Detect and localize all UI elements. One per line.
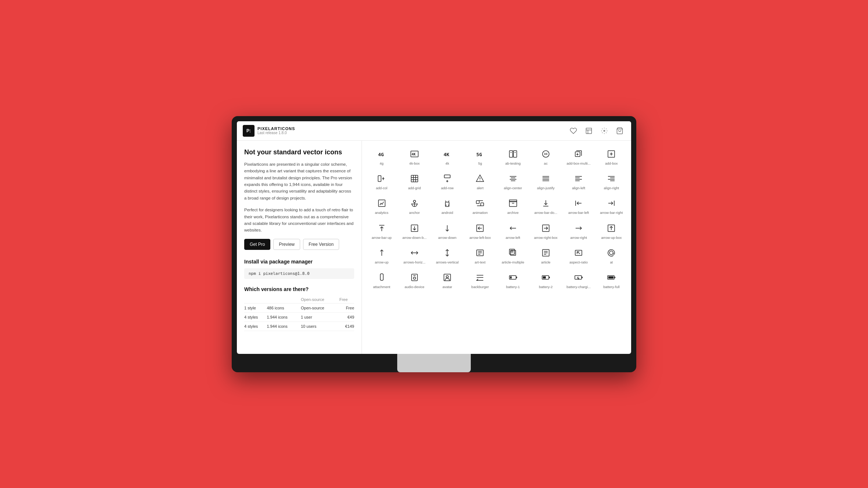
icon-item-add-grid[interactable]: add-grid (398, 169, 430, 193)
bag-icon (616, 127, 623, 134)
icon-item-add-box-multi[interactable]: add-box-multi... (563, 144, 595, 168)
ab-testing-label: ab-testing (505, 161, 521, 165)
monitor-stand (397, 354, 471, 372)
col-price: Free (339, 296, 354, 304)
icon-item-arrow-up[interactable]: arrow-up (366, 243, 398, 267)
icon-item-align-right[interactable]: align-right (595, 169, 627, 193)
version-row: 4 styles 1.944 icons 10 users €149 (244, 322, 354, 331)
heart-icon (570, 127, 577, 134)
icon-item-arrows-vertical[interactable]: arrows-vertical (431, 243, 463, 267)
4g-label: 4g (380, 161, 384, 165)
icon-item-battery-1[interactable]: battery-1 (497, 268, 529, 292)
icon-item-arrow-left[interactable]: arrow-left (497, 219, 529, 243)
icon-item-add-row[interactable]: add-row (431, 169, 463, 193)
arrow-left-box-label: arrow-left-box (469, 236, 491, 240)
preview-button[interactable]: Preview (273, 239, 300, 250)
icon-item-arrow-bar-right[interactable]: arrow-bar-right (595, 194, 627, 218)
icon-item-4k-box[interactable]: 4K 4k-box (398, 144, 430, 168)
arrow-up-box-label: arrow-up-box (601, 236, 622, 240)
svg-rect-65 (509, 201, 517, 207)
panel-title: Not your standard vector icons (244, 148, 354, 157)
icon-item-at[interactable]: at (595, 243, 627, 267)
settings-icon-button[interactable] (599, 125, 610, 136)
layout-icon (585, 127, 593, 134)
heart-icon-button[interactable] (568, 125, 579, 136)
icon-item-alert[interactable]: alert (464, 169, 496, 193)
right-panel: 4G 4g 4K 4k-box 4K 4k 5G 5g (362, 141, 631, 354)
aspect-ratio-label: aspect-ratio (569, 260, 588, 264)
arrow-bar-up-label: arrow-bar-up (371, 236, 391, 240)
icon-item-arrow-bar-down[interactable]: arrow-bar-do... (530, 194, 562, 218)
icon-item-arrow-up-box[interactable]: arrow-up-box (595, 219, 627, 243)
icon-item-battery-2[interactable]: battery-2 (530, 268, 562, 292)
get-pro-button[interactable]: Get Pro (244, 239, 270, 250)
align-left-icon (573, 173, 584, 184)
icon-item-battery-full[interactable]: battery-full (595, 268, 627, 292)
svg-rect-105 (380, 274, 383, 280)
align-center-label: align-center (504, 186, 522, 190)
icon-item-arrows-horizontal[interactable]: arrows-horiz... (398, 243, 430, 267)
svg-rect-124 (608, 276, 613, 279)
icon-item-arrow-left-box[interactable]: arrow-left-box (464, 219, 496, 243)
add-col-icon (377, 173, 387, 184)
backburger-label: backburger (472, 285, 489, 289)
add-grid-label: add-grid (408, 186, 421, 190)
version-icons: 486 icons (267, 303, 301, 312)
icon-item-audio-device[interactable]: audio-device (398, 268, 430, 292)
icon-item-article[interactable]: article (530, 243, 562, 267)
icon-item-4g[interactable]: 4G 4g (366, 144, 398, 168)
icon-item-add-box[interactable]: add-box (595, 144, 627, 168)
4k-label: 4k (445, 161, 449, 165)
icon-item-avatar[interactable]: avatar (431, 268, 463, 292)
svg-rect-66 (509, 200, 517, 202)
icon-item-ab-testing[interactable]: ab-testing (497, 144, 529, 168)
icon-item-arrow-bar-left[interactable]: arrow-bar-left (563, 194, 595, 218)
ab-testing-icon (508, 149, 518, 159)
svg-rect-0 (586, 128, 592, 133)
icon-item-align-center[interactable]: align-center (497, 169, 529, 193)
bag-icon-button[interactable] (614, 125, 625, 136)
free-version-button[interactable]: Free Version (303, 239, 339, 250)
icon-item-arrow-right-box[interactable]: arrow-right-box (530, 219, 562, 243)
icon-item-5g[interactable]: 5G 5g (464, 144, 496, 168)
logo-version: Last release 1.8.0 (257, 131, 295, 135)
at-icon (606, 248, 616, 258)
icon-item-align-left[interactable]: align-left (563, 169, 595, 193)
backburger-icon (475, 272, 485, 283)
icon-item-analytics[interactable]: analytics (366, 194, 398, 218)
android-icon (442, 198, 452, 208)
icon-item-attachment[interactable]: attachment (366, 268, 398, 292)
icon-item-4k[interactable]: 4K 4k (431, 144, 463, 168)
icon-item-aspect-ratio[interactable]: aspect-ratio (563, 243, 595, 267)
icon-item-arrow-right[interactable]: arrow-right (563, 219, 595, 243)
icon-item-arrow-bar-up[interactable]: arrow-bar-up (366, 219, 398, 243)
icon-item-anchor[interactable]: anchor (398, 194, 430, 218)
add-row-label: add-row (441, 186, 453, 190)
art-text-label: art-text (475, 260, 486, 264)
arrow-bar-left-icon (573, 198, 584, 208)
icon-item-article-multiple[interactable]: article-multiple (497, 243, 529, 267)
icon-item-backburger[interactable]: backburger (464, 268, 496, 292)
analytics-icon (377, 198, 387, 208)
icon-item-add-col[interactable]: add-col (366, 169, 398, 193)
icon-item-archive[interactable]: archive (497, 194, 529, 218)
article-multiple-icon (508, 248, 518, 258)
monitor: P: PIXELARTICONS Last release 1.8.0 (232, 116, 636, 372)
battery-full-label: battery-full (603, 285, 619, 289)
version-license: Open-source (301, 303, 339, 312)
icon-item-align-justify[interactable]: align-justify (530, 169, 562, 193)
icon-item-animation[interactable]: animation (464, 194, 496, 218)
icon-item-arrow-down[interactable]: arrow-down (431, 219, 463, 243)
icon-item-android[interactable]: android (431, 194, 463, 218)
icon-item-battery-charging[interactable]: battery-chargi... (563, 268, 595, 292)
icon-item-art-text[interactable]: art-text (464, 243, 496, 267)
battery-charging-label: battery-chargi... (566, 285, 591, 289)
icon-item-arrow-down-b[interactable]: arrow-down-b... (398, 219, 430, 243)
versions-title: Which versions are there? (244, 286, 354, 292)
icon-item-ac[interactable]: ac (530, 144, 562, 168)
alert-label: alert (477, 186, 483, 190)
svg-point-110 (446, 276, 448, 278)
icons-grid: 4G 4g 4K 4k-box 4K 4k 5G 5g (366, 144, 627, 292)
attachment-label: attachment (373, 285, 390, 289)
layout-icon-button[interactable] (583, 125, 594, 136)
